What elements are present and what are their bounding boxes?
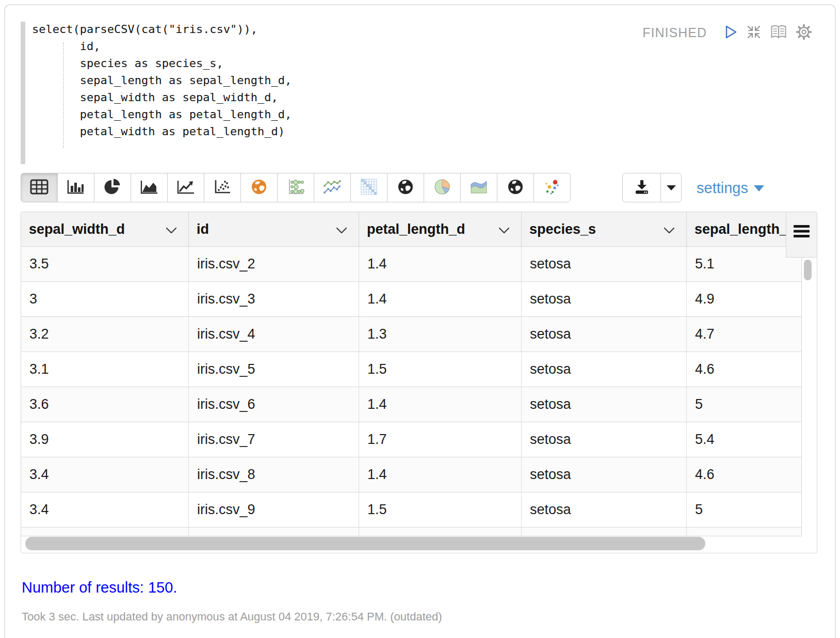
- table-cell: setosa: [522, 352, 687, 387]
- viz-multi-line-button[interactable]: [314, 173, 351, 202]
- column-header-petal-length[interactable]: petal_length_d: [359, 212, 522, 246]
- line-chart-icon: [176, 179, 196, 197]
- show-editor-button[interactable]: [770, 24, 787, 41]
- table-cell: [21, 528, 189, 536]
- viz-map-orange-button[interactable]: [240, 173, 278, 202]
- table-row: 3.9iris.csv_71.7setosa5.4: [21, 422, 801, 457]
- table-cell: iris.csv_4: [189, 317, 359, 352]
- table-cell: setosa: [522, 457, 687, 492]
- collapse-button[interactable]: [746, 24, 762, 41]
- notebook-paragraph: select(parseCSV(cat("iris.csv")), id, sp…: [4, 4, 836, 638]
- table-cell: [359, 528, 522, 536]
- results-count: Number of results: 150.: [22, 579, 177, 596]
- table-cell: 1.4: [359, 387, 522, 422]
- table-cell: 3.4: [21, 457, 189, 492]
- table-cell: setosa: [522, 247, 687, 281]
- table-cell: 1.4: [359, 457, 522, 492]
- viz-bubble-grid-button[interactable]: [277, 173, 314, 202]
- column-label: species_s: [529, 221, 596, 237]
- viz-stream-area-button[interactable]: [460, 173, 497, 202]
- table-cell: iris.csv_8: [189, 457, 359, 492]
- viz-bar-chart-button[interactable]: [57, 173, 94, 202]
- table-cell: 5.1: [687, 247, 801, 281]
- table-cell: 1.3: [359, 317, 522, 352]
- table-cell: iris.csv_7: [189, 422, 359, 457]
- viz-pie-colored-button[interactable]: [424, 173, 461, 202]
- table-cell: 3.4: [21, 492, 189, 527]
- download-button-group: [622, 173, 682, 202]
- grid-menu-button[interactable]: [786, 212, 817, 258]
- viz-scatter-plot-button[interactable]: [204, 173, 241, 202]
- chevron-down-icon: [667, 185, 676, 190]
- download-icon: [633, 179, 651, 196]
- settings-toggle[interactable]: settings: [697, 180, 764, 197]
- hamburger-menu-icon: [794, 225, 810, 257]
- table-cell: 1.4: [359, 247, 522, 281]
- vertical-scrollbar[interactable]: [804, 260, 812, 280]
- results-grid: sepal_width_d id petal_length_d species_…: [21, 212, 817, 553]
- table-row: 3.1iris.csv_51.5setosa4.6: [21, 352, 801, 387]
- code-editor[interactable]: select(parseCSV(cat("iris.csv")), id, sp…: [32, 21, 292, 140]
- table-cell: 5.4: [687, 422, 801, 457]
- column-label: petal_length_d: [367, 221, 465, 237]
- bubble-grid-icon: [286, 178, 305, 197]
- settings-label: settings: [697, 180, 748, 197]
- viz-globe-dark-2-button[interactable]: [497, 173, 534, 202]
- status-badge: FINISHED: [642, 25, 707, 40]
- bar-chart-icon: [66, 179, 86, 197]
- multi-line-chart-icon: [322, 178, 342, 197]
- horizontal-scrollbar[interactable]: [25, 537, 705, 550]
- table-cell: [522, 528, 687, 536]
- download-options-button[interactable]: [660, 173, 682, 202]
- matrix-heatmap-icon: [360, 178, 378, 197]
- column-header-sepal-width[interactable]: sepal_width_d: [21, 212, 189, 246]
- table-row: 3.5iris.csv_21.4setosa5.1: [21, 247, 801, 282]
- area-chart-icon: [139, 179, 159, 197]
- paragraph-settings-button[interactable]: [796, 24, 812, 42]
- table-row: 3.6iris.csv_61.4setosa5: [21, 387, 801, 422]
- viz-pie-chart-button[interactable]: [94, 173, 131, 202]
- table-row: 3iris.csv_31.4setosa4.9: [21, 282, 801, 317]
- table-cell: [687, 528, 801, 536]
- viz-line-chart-button[interactable]: [167, 173, 204, 202]
- stream-area-icon: [469, 178, 489, 197]
- scatter-plot-icon: [213, 179, 232, 197]
- table-row: 3.4iris.csv_81.4setosa4.6: [21, 457, 801, 492]
- viz-globe-dark-button[interactable]: [387, 173, 424, 202]
- paragraph-footer: Took 3 sec. Last updated by anonymous at…: [22, 610, 442, 624]
- download-button[interactable]: [622, 173, 661, 202]
- table-row: 3.4iris.csv_91.5setosa5: [21, 492, 801, 528]
- column-header-species[interactable]: species_s: [522, 212, 687, 246]
- table-cell: iris.csv_9: [189, 492, 359, 527]
- column-header-sepal-length[interactable]: sepal_length_d: [687, 212, 787, 246]
- table-cell: iris.csv_2: [189, 247, 359, 281]
- viz-matrix-button[interactable]: [350, 173, 387, 202]
- viz-table-button[interactable]: [21, 173, 58, 202]
- globe-dark-2-icon: [507, 178, 524, 197]
- table-cell: 3.5: [21, 247, 189, 281]
- table-cell: 1.4: [359, 282, 522, 316]
- column-label: sepal_width_d: [29, 221, 125, 237]
- table-cell: iris.csv_6: [189, 387, 359, 422]
- paragraph-controls: FINISHED: [642, 24, 812, 42]
- table-cell: 1.5: [359, 352, 522, 387]
- table-cell: setosa: [522, 317, 687, 352]
- table-cell: 3: [21, 282, 189, 316]
- table-cell: 1.5: [359, 492, 522, 527]
- pie-colored-icon: [433, 178, 451, 198]
- chevron-down-icon: [336, 221, 347, 237]
- table-cell: 3.6: [21, 387, 189, 422]
- viz-scatter-colored-button[interactable]: [534, 173, 571, 202]
- globe-dark-icon: [397, 178, 414, 197]
- scatter-colored-icon: [542, 178, 562, 198]
- viz-area-chart-button[interactable]: [131, 173, 168, 202]
- table-cell: iris.csv_3: [189, 282, 359, 316]
- run-button[interactable]: [722, 24, 738, 41]
- chevron-down-icon: [166, 221, 177, 237]
- column-header-id[interactable]: id: [189, 212, 359, 246]
- chevron-down-icon: [498, 221, 510, 237]
- map-globe-orange-icon: [250, 178, 268, 197]
- visualization-toolbar: [21, 173, 571, 202]
- table-cell: 5: [687, 492, 801, 527]
- play-icon: [722, 24, 738, 41]
